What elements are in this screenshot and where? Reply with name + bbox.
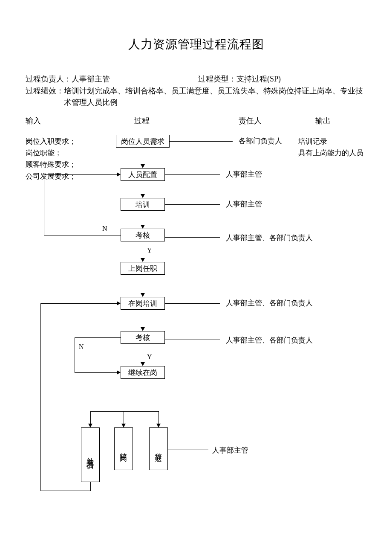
connector [90, 411, 91, 424]
node-assess2: 考核 [121, 331, 165, 344]
connector [165, 174, 220, 175]
resp-r3: 人事部主管 [226, 199, 262, 209]
label-y2: Y [147, 353, 152, 361]
outputs-block: 培训记录 具有上岗能力的人员 [298, 136, 363, 159]
connector [143, 344, 143, 363]
meta-owner: 过程负责人：人事部主管 [26, 74, 110, 84]
meta-performance: 过程绩效：培训计划完成率、培训合格率、员工满意度、员工流失率、特殊岗位持证上岗率… [26, 85, 366, 108]
arrow-right-icon [117, 370, 121, 375]
label-y1: Y [147, 247, 152, 254]
inputs-block: 岗位入职要求； 岗位职能； 顾客特殊要求； 公司发展要求； [26, 136, 76, 182]
col-process: 过程 [134, 116, 150, 126]
connector [143, 148, 143, 165]
connector [44, 174, 44, 235]
connector [44, 174, 117, 175]
connector [168, 450, 208, 450]
connector [143, 275, 143, 293]
arrow-down-icon [141, 293, 145, 297]
input-line: 岗位职能； [26, 147, 76, 159]
connector [75, 337, 75, 372]
connector [165, 340, 220, 340]
input-line: 岗位入职要求； [26, 136, 76, 147]
arrow-down-icon [141, 362, 145, 366]
connector [75, 372, 117, 373]
connector [143, 379, 143, 411]
node-ojt: 在岗培训 [121, 297, 165, 310]
resp-r2: 人事部主管 [226, 169, 262, 179]
connector [165, 303, 220, 304]
connector [159, 411, 159, 424]
node-rotate: 转岗 [114, 427, 133, 470]
node-continue: 继续在岗 [121, 366, 165, 379]
label-n1: N [102, 225, 107, 232]
node-staff: 人员配置 [121, 168, 165, 181]
resp-r1: 各部门负责人 [239, 136, 282, 146]
page-title: 人力资源管理过程流程图 [0, 36, 392, 52]
connector [170, 141, 233, 142]
col-owner: 责任人 [239, 116, 262, 126]
arrow-down-icon [141, 164, 145, 168]
arrow-down-icon [156, 424, 161, 427]
arrow-right-icon [117, 172, 121, 177]
resp-r6: 人事部主管、各部门负责人 [226, 298, 313, 308]
label-n2: N [79, 343, 84, 351]
arrow-down-icon [141, 327, 145, 331]
section-rule [141, 112, 366, 112]
node-supp-train: 补充培训 [81, 427, 100, 482]
arrow-right-icon [117, 301, 121, 305]
connector [40, 491, 91, 491]
col-input: 输入 [26, 116, 41, 126]
col-output: 输出 [315, 116, 331, 126]
arrow-down-icon [88, 424, 92, 427]
connector [44, 235, 121, 235]
connector [143, 241, 143, 259]
node-onpost: 上岗任职 [121, 262, 165, 275]
resp-r4: 人事部主管、各部门负责人 [226, 233, 313, 243]
arrow-down-icon [141, 194, 145, 198]
connector [143, 181, 143, 195]
connector [75, 337, 121, 338]
connector [90, 411, 159, 412]
connector [124, 411, 124, 424]
node-train: 培训 [121, 198, 165, 211]
connector [40, 303, 117, 304]
resp-r11: 人事部主管 [212, 445, 248, 455]
connector [143, 310, 143, 328]
output-line: 具有上岗能力的人员 [298, 147, 363, 159]
connector [90, 482, 91, 491]
resp-r7: 人事部主管、各部门负责人 [226, 335, 313, 345]
meta-perf-prefix: 过程绩效： [26, 87, 64, 95]
node-need: 岗位人员需求 [116, 135, 170, 148]
arrow-down-icon [141, 225, 145, 229]
connector [165, 204, 220, 205]
connector [165, 237, 220, 238]
connector [143, 211, 143, 225]
meta-perf-l2: 术管理人员比例 [64, 97, 366, 108]
arrow-down-icon [121, 424, 126, 427]
arrow-down-icon [141, 258, 145, 262]
node-assess1: 考核 [121, 229, 165, 241]
page: 人力资源管理过程流程图 过程负责人：人事部主管 过程类型：支持过程(SP) 过程… [0, 0, 392, 555]
connector [40, 303, 41, 491]
meta-type: 过程类型：支持过程(SP) [198, 74, 281, 84]
input-line: 公司发展要求； [26, 171, 76, 182]
output-line: 培训记录 [298, 136, 363, 147]
meta-perf-l1: 培训计划完成率、培训合格率、员工满意度、员工流失率、特殊岗位持证上岗率、专业技 [64, 87, 363, 95]
input-line: 顾客特殊要求； [26, 159, 76, 170]
node-dismiss: 辞退 [149, 427, 168, 470]
